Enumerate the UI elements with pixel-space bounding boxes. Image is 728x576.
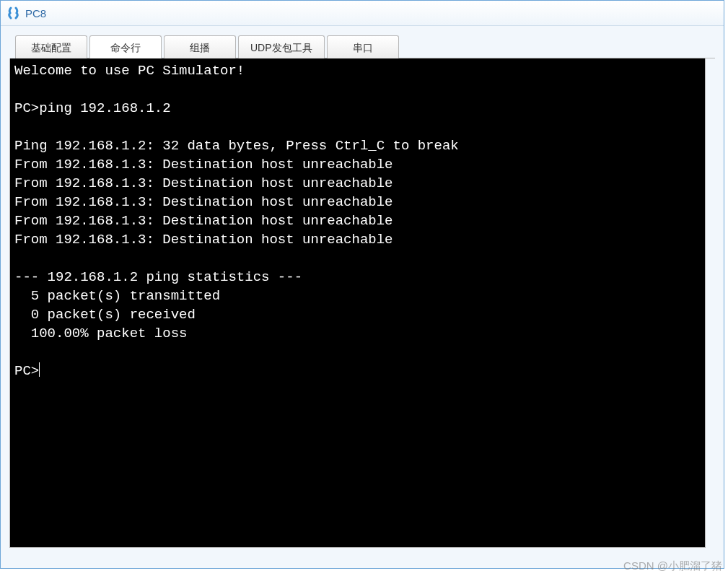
terminal-line: From 192.168.1.3: Destination host unrea… [14,232,393,248]
window-title: PC8 [25,7,46,19]
terminal-line: From 192.168.1.3: Destination host unrea… [14,194,393,210]
terminal-line: From 192.168.1.3: Destination host unrea… [14,213,393,229]
tab-serial[interactable]: 串口 [327,35,399,58]
terminal-line: 5 packet(s) transmitted [14,288,220,304]
tab-basic-config[interactable]: 基础配置 [15,35,87,58]
window-frame: PC8 基础配置 命令行 组播 UDP发包工具 串口 Welcome to us… [0,0,724,569]
terminal-line: PC>ping 192.168.1.2 [14,100,171,116]
tab-multicast[interactable]: 组播 [164,35,236,58]
titlebar[interactable]: PC8 [1,1,724,26]
terminal-line: Ping 192.168.1.2: 32 data bytes, Press C… [14,138,459,154]
terminal-line: Welcome to use PC Simulator! [14,63,245,79]
cursor [39,362,40,377]
terminal-line: 100.00% packet loss [14,326,187,341]
tab-command-line[interactable]: 命令行 [89,35,162,58]
terminal-line: --- 192.168.1.2 ping statistics --- [14,269,302,285]
terminal-line: From 192.168.1.3: Destination host unrea… [14,157,393,173]
terminal-line: PC> [14,363,39,379]
tab-udp-tool[interactable]: UDP发包工具 [238,35,325,58]
app-icon [6,6,21,20]
tab-row: 基础配置 命令行 组播 UDP发包工具 串口 [15,35,715,58]
terminal[interactable]: Welcome to use PC Simulator! PC>ping 192… [9,58,706,548]
terminal-line: From 192.168.1.3: Destination host unrea… [14,175,393,191]
content-area: 基础配置 命令行 组播 UDP发包工具 串口 Welcome to use PC… [1,26,724,557]
terminal-line: 0 packet(s) received [14,307,196,323]
